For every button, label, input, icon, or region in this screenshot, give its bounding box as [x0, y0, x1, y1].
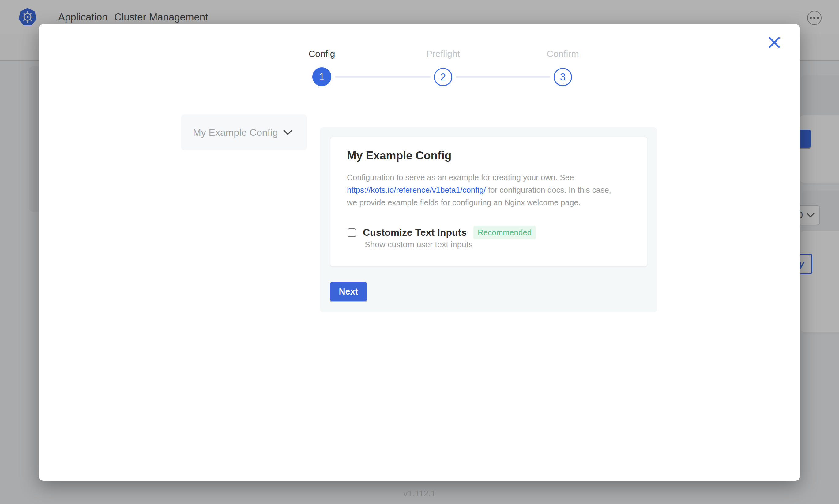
step-label-confirm: Confirm	[526, 49, 600, 59]
step-connector-2	[456, 76, 550, 78]
customize-text-inputs-label[interactable]: Customize Text Inputs	[363, 227, 467, 238]
config-group-description: Configuration to serve as an example for…	[347, 171, 611, 209]
description-line-2-text: for configuration docs. In this case,	[486, 185, 611, 195]
config-wizard-modal: Config Preflight Confirm 1 2 3 My Exampl…	[38, 24, 800, 481]
recommended-badge: Recommended	[474, 226, 536, 239]
config-group-card: My Example Config Configuration to serve…	[330, 137, 647, 267]
screen: Application Cluster Management 0 y v1.11…	[0, 0, 839, 504]
step-circle-3[interactable]: 3	[554, 68, 572, 86]
customize-text-inputs-checkbox[interactable]	[347, 229, 356, 237]
step-label-config: Config	[285, 49, 359, 59]
checkbox-help-text: Show custom user text inputs	[365, 240, 473, 250]
config-group-title: My Example Config	[347, 149, 451, 162]
step-circle-1[interactable]: 1	[312, 67, 331, 86]
config-group-dropdown-label: My Example Config	[193, 127, 278, 138]
checkbox-row: Customize Text Inputs Recommended	[347, 226, 536, 239]
chevron-down-icon	[283, 130, 292, 136]
config-group-dropdown[interactable]: My Example Config	[181, 114, 307, 150]
next-button[interactable]: Next	[330, 282, 367, 301]
config-panel: My Example Config Configuration to serve…	[320, 127, 657, 312]
step-circle-2[interactable]: 2	[434, 68, 452, 86]
close-icon[interactable]	[767, 35, 782, 51]
description-line-3: we provide example fields for configurin…	[347, 196, 611, 209]
step-connector-1	[335, 76, 430, 78]
description-line-2: https://kots.io/reference/v1beta1/config…	[347, 184, 611, 196]
description-line-1: Configuration to serve as an example for…	[347, 171, 611, 184]
config-docs-link[interactable]: https://kots.io/reference/v1beta1/config…	[347, 185, 486, 195]
step-label-preflight: Preflight	[406, 49, 480, 59]
